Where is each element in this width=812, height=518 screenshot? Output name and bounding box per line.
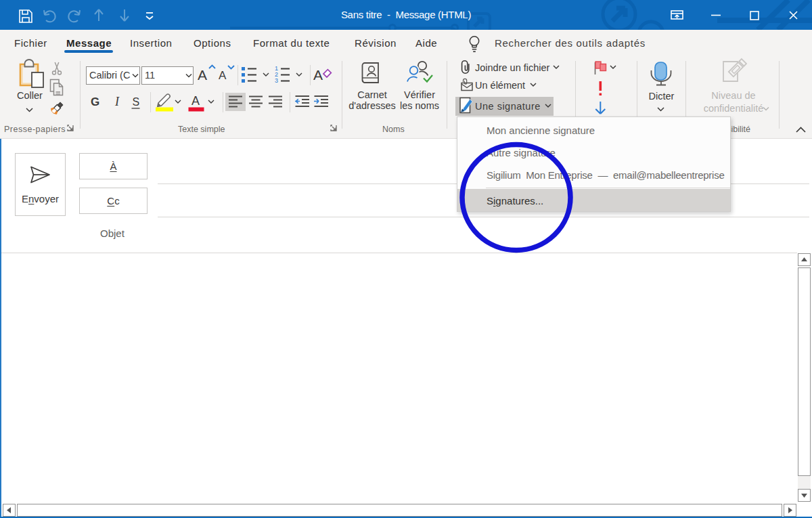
svg-text:A: A	[313, 67, 323, 83]
svg-text:3: 3	[275, 77, 278, 84]
svg-text:A: A	[191, 94, 200, 108]
svg-text:I: I	[114, 95, 120, 108]
svg-text:A: A	[198, 67, 207, 83]
svg-text:G: G	[91, 95, 99, 108]
svg-text:A: A	[219, 69, 227, 82]
svg-text:S: S	[133, 96, 140, 108]
